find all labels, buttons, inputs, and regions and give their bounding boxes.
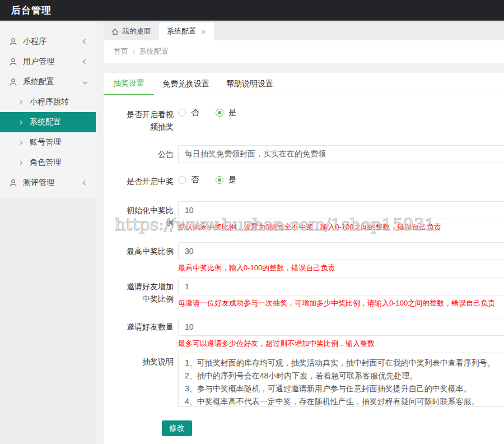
breadcrumb: 首页 / 系统配置 [104, 40, 504, 63]
sidebar-item-user-management[interactable]: 用户管理 [0, 52, 96, 72]
init-ratio-help-text: 默认玩家中奖比例，设置为0则完全不中奖，输入0-100之间的整数，错误自己负责 [178, 222, 504, 232]
draw-description-textarea[interactable]: 1、可抽奖封面的库存均可观，抽奖活动真实，抽中封面可在我的中奖列表中查看序列号。… [178, 353, 504, 407]
sidebar-subitem-role-management[interactable]: 角色管理 [0, 152, 96, 173]
init-ratio-input[interactable] [178, 201, 504, 219]
sidebar-item-label: 小程序 [23, 36, 46, 47]
field-label: 抽奖说明 [123, 353, 174, 368]
user-icon [9, 38, 17, 46]
chevron-right-icon [18, 120, 22, 124]
radio-checked-icon [216, 176, 223, 184]
sidebar-item-miniprogram[interactable]: 小程序 [0, 31, 96, 52]
form-row-draw-description: 抽奖说明 1、可抽奖封面的库存均可观，抽奖活动真实，抽中封面可在我的中奖列表中查… [104, 353, 504, 409]
field-label: 初始化中奖比例 [123, 201, 174, 229]
content-card: 抽奖设置 免费兑换设置 帮助说明设置 是否开启看视频抽奖 否 [104, 73, 504, 444]
chevron-left-icon [83, 39, 87, 44]
breadcrumb-separator: / [133, 48, 135, 56]
form-row-invite-count: 邀请好友数量 最多可以邀请多少位好友，超过则不增加中奖比例，输入整数 [104, 318, 504, 349]
top-bar: 后台管理 [0, 0, 504, 21]
submit-button[interactable]: 修改 [162, 420, 192, 436]
field-label: 最高中奖比例 [123, 242, 174, 257]
chevron-left-icon [83, 181, 87, 185]
radio-label: 是 [228, 175, 236, 185]
sidebar: 小程序 用户管理 系统配置 小程序跳转 系统配置 账号管理 角色管理 [0, 22, 96, 444]
field-label: 是否开启中奖 [123, 175, 174, 187]
chevron-right-icon [18, 100, 22, 104]
invite-count-help-text: 最多可以邀请多少位好友，超过则不增加中奖比例，输入整数 [178, 339, 504, 349]
sidebar-item-label: 系统配置 [23, 77, 54, 87]
tab-help-settings[interactable]: 帮助说明设置 [218, 73, 282, 95]
window-tab-bar: 我的桌面 系统配置 × [104, 22, 504, 40]
user-icon [9, 78, 17, 86]
sidebar-subitem-label: 账号管理 [30, 137, 61, 147]
sidebar-subitem-account-management[interactable]: 账号管理 [0, 132, 96, 152]
settings-form: 是否开启看视频抽奖 否 是 公告 [104, 95, 504, 436]
app-title: 后台管理 [11, 4, 52, 17]
chevron-left-icon [83, 59, 87, 64]
tab-free-exchange-settings[interactable]: 免费兑换设置 [154, 73, 218, 95]
content-tab-label: 抽奖设置 [113, 78, 144, 89]
content-tab-label: 免费兑换设置 [162, 79, 209, 89]
radio-circle-icon [178, 109, 186, 117]
sidebar-subitem-miniprogram-jump[interactable]: 小程序跳转 [0, 92, 96, 112]
tab-lottery-settings[interactable]: 抽奖设置 [104, 73, 154, 95]
sidebar-item-label: 测评管理 [23, 178, 54, 188]
radio-label: 否 [191, 175, 199, 185]
max-ratio-help-text: 最高中奖比例，输入0-100的整数，错误自己负责 [178, 263, 504, 273]
sidebar-item-evaluation-management[interactable]: 测评管理 [0, 173, 96, 193]
user-icon [9, 179, 17, 187]
win-enable-radio-group: 否 是 [178, 175, 504, 185]
max-ratio-input[interactable] [178, 242, 504, 260]
content-tab-bar: 抽奖设置 免费兑换设置 帮助说明设置 [104, 73, 504, 95]
field-label: 邀请好友数量 [123, 318, 174, 333]
tab-label: 系统配置 [167, 26, 196, 36]
radio-option-no[interactable]: 否 [178, 175, 199, 185]
video-draw-radio-group: 否 是 [178, 105, 504, 118]
radio-option-no[interactable]: 否 [178, 108, 199, 118]
announcement-input[interactable] [178, 145, 504, 163]
sidebar-subitem-label: 角色管理 [30, 158, 61, 168]
home-icon [111, 28, 119, 35]
tab-label: 我的桌面 [122, 26, 151, 36]
field-label: 是否开启看视频抽奖 [123, 105, 174, 133]
form-row-max-ratio: 最高中奖比例 最高中奖比例，输入0-100的整数，错误自己负责 [104, 242, 504, 273]
content-tab-label: 帮助说明设置 [226, 79, 273, 89]
radio-option-yes[interactable]: 是 [216, 108, 236, 118]
sidebar-menu: 小程序 用户管理 系统配置 小程序跳转 系统配置 账号管理 角色管理 [0, 22, 96, 198]
radio-circle-icon [178, 176, 186, 184]
invite-ratio-help-text: 每邀请一位好友成功参与一次抽奖，可增加多少中奖比例，请输入0-100之间的整数，… [178, 298, 504, 308]
form-row-init-ratio: 初始化中奖比例 默认玩家中奖比例，设置为0则完全不中奖，输入0-100之间的整数… [104, 201, 504, 232]
user-icon [9, 58, 17, 66]
form-row-announcement: 公告 [104, 145, 504, 163]
chevron-down-icon [83, 80, 87, 84]
radio-label: 是 [228, 108, 236, 118]
radio-checked-icon [216, 109, 223, 117]
sidebar-subitem-label: 小程序跳转 [30, 97, 69, 107]
sidebar-item-label: 用户管理 [23, 57, 54, 67]
main-area: 我的桌面 系统配置 × 首页 / 系统配置 抽奖设置 免费兑换设置 帮助说明设置 [104, 22, 504, 444]
tab-my-desktop[interactable]: 我的桌面 [104, 22, 159, 40]
form-row-submit: 修改 [104, 420, 504, 436]
close-icon[interactable]: × [201, 27, 206, 36]
field-label: 公告 [123, 145, 174, 160]
sidebar-subitem-label: 系统配置 [30, 117, 61, 127]
form-row-video-draw: 是否开启看视频抽奖 否 是 [104, 105, 504, 133]
field-label: 邀请好友增加中奖比例 [123, 278, 174, 305]
tab-system-config[interactable]: 系统配置 × [159, 22, 214, 40]
breadcrumb-current: 系统配置 [139, 47, 169, 57]
chevron-right-icon [18, 140, 22, 144]
breadcrumb-home-link[interactable]: 首页 [114, 47, 128, 57]
sidebar-subitem-system-config[interactable]: 系统配置 [0, 112, 96, 132]
chevron-right-icon [18, 160, 22, 164]
invite-ratio-input[interactable] [178, 278, 504, 295]
radio-option-yes[interactable]: 是 [216, 175, 236, 185]
form-row-invite-ratio: 邀请好友增加中奖比例 每邀请一位好友成功参与一次抽奖，可增加多少中奖比例，请输入… [104, 278, 504, 308]
form-row-win-enable: 是否开启中奖 否 是 [104, 175, 504, 187]
invite-count-input[interactable] [178, 318, 504, 336]
sidebar-item-system-config[interactable]: 系统配置 [0, 72, 96, 92]
radio-label: 否 [191, 108, 199, 118]
